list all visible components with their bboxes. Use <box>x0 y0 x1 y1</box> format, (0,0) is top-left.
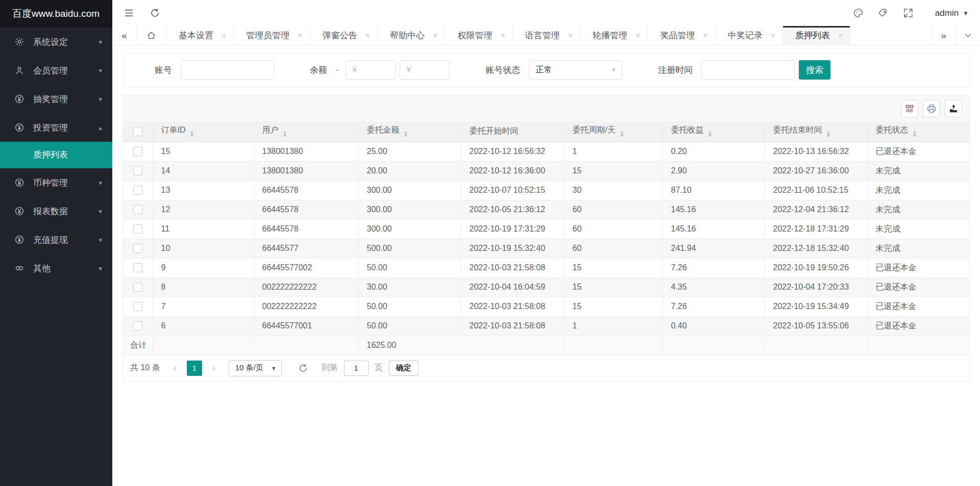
tab-label: 基本设置 <box>179 30 213 41</box>
tab[interactable]: 管理员管理× <box>234 26 310 45</box>
balance-max-input[interactable] <box>400 60 450 80</box>
row-checkbox[interactable] <box>133 302 142 311</box>
tab-label: 弹窗公告 <box>323 30 357 41</box>
tab[interactable]: 帮助中心× <box>378 26 445 45</box>
column-header[interactable]: 用户▲▼ <box>254 121 358 142</box>
balance-min-input[interactable] <box>346 60 396 80</box>
sidebar-item[interactable]: 其他▾ <box>0 254 112 283</box>
row-checkbox[interactable] <box>133 224 142 234</box>
tab[interactable]: 质押列表× <box>783 26 850 45</box>
tab-close-icon[interactable]: × <box>298 31 302 40</box>
column-header[interactable]: 订单ID▲▼ <box>153 121 254 142</box>
table-body: 1513800138025.002022-10-12 16:56:3210.20… <box>123 142 970 355</box>
page-number-button[interactable]: 1 <box>187 361 202 376</box>
tabs-scroll-left-icon[interactable]: « <box>112 26 137 45</box>
profit-cell: 241.94 <box>663 239 765 258</box>
order-id-cell: 12 <box>153 200 254 219</box>
summary-empty-cell <box>153 336 254 355</box>
tabs-scroll-right-icon[interactable]: » <box>931 26 955 45</box>
status-cell: 已退还本金 <box>867 297 970 316</box>
sidebar-item[interactable]: 投资管理▴ <box>0 113 112 142</box>
sidebar-item[interactable]: 系统设定▾ <box>0 28 112 56</box>
column-header[interactable]: 委托结束时间▲▼ <box>765 121 867 142</box>
column-header[interactable]: 委托金额▲▼ <box>358 121 461 142</box>
tab-close-icon[interactable]: × <box>222 31 226 40</box>
row-checkbox[interactable] <box>133 186 142 195</box>
sort-icon[interactable]: ▲▼ <box>620 131 624 138</box>
menu-collapse-icon[interactable] <box>124 8 134 18</box>
tab-close-icon[interactable]: × <box>635 31 640 40</box>
search-button[interactable]: 搜索 <box>799 60 830 80</box>
column-header[interactable]: 委托周期/天▲▼ <box>564 121 663 142</box>
home-tab-icon[interactable] <box>137 26 166 45</box>
account-status-select[interactable]: 正常 ▼ <box>529 60 622 80</box>
row-checkbox[interactable] <box>133 147 142 156</box>
tab-label: 轮播管理 <box>593 30 627 41</box>
print-icon[interactable] <box>923 100 940 117</box>
sort-icon[interactable]: ▲▼ <box>913 131 917 138</box>
profit-cell: 145.16 <box>663 200 765 219</box>
goto-confirm-button[interactable]: 确定 <box>389 361 419 376</box>
row-checkbox[interactable] <box>133 244 142 253</box>
column-header[interactable]: 委托状态▲▼ <box>867 121 970 142</box>
sidebar-item[interactable]: 抽奖管理▾ <box>0 85 112 113</box>
export-icon[interactable] <box>945 100 962 117</box>
goto-page-input[interactable] <box>344 361 369 376</box>
page-size-select[interactable]: 10 条/页 ▼ <box>229 360 282 376</box>
regtime-input[interactable] <box>701 60 795 80</box>
sort-icon[interactable]: ▲▼ <box>404 131 408 138</box>
account-input[interactable] <box>181 60 274 80</box>
summary-empty-cell <box>254 336 358 355</box>
tab-close-icon[interactable]: × <box>365 31 370 40</box>
tab-close-icon[interactable]: × <box>703 31 707 40</box>
tab-close-icon[interactable]: × <box>568 31 573 40</box>
start-time-cell: 2022-10-05 21:36:12 <box>461 200 564 219</box>
sort-icon[interactable]: ▲▼ <box>708 131 713 138</box>
theme-palette-icon[interactable] <box>853 8 864 18</box>
tab[interactable]: 轮播管理× <box>580 26 648 45</box>
summary-label: 合计 <box>123 336 153 355</box>
tab-close-icon[interactable]: × <box>500 31 505 40</box>
column-header[interactable]: 委托收益▲▼ <box>663 121 765 142</box>
row-checkbox[interactable] <box>133 283 142 292</box>
admin-dropdown[interactable]: admin ▼ <box>935 8 969 18</box>
tab[interactable]: 弹窗公告× <box>310 26 378 45</box>
tab[interactable]: 中奖记录× <box>716 26 783 45</box>
sidebar-item[interactable]: 币种管理▾ <box>0 168 112 197</box>
tab-close-icon[interactable]: × <box>433 31 437 40</box>
row-checkbox[interactable] <box>133 263 142 272</box>
tag-icon[interactable] <box>878 8 889 18</box>
end-time-cell: 2022-10-19 19:50:26 <box>765 258 867 277</box>
tabs-menu-icon[interactable] <box>955 26 980 45</box>
next-page-icon[interactable]: › <box>208 362 219 374</box>
refresh-icon[interactable] <box>150 8 160 18</box>
tab[interactable]: 基本设置× <box>166 26 234 45</box>
tab-label: 帮助中心 <box>390 30 425 41</box>
tab-close-icon[interactable]: × <box>771 31 775 40</box>
sidebar-subitem[interactable]: 质押列表 <box>0 142 112 168</box>
tab[interactable]: 奖品管理× <box>648 26 715 45</box>
sidebar-item[interactable]: 报表数据▾ <box>0 197 112 225</box>
row-checkbox[interactable] <box>133 321 142 330</box>
period-cell: 60 <box>564 200 663 219</box>
select-all-checkbox[interactable] <box>133 127 142 136</box>
sidebar-item[interactable]: 会员管理▾ <box>0 56 112 85</box>
profit-cell: 4.35 <box>663 277 765 297</box>
pagination-refresh-icon[interactable] <box>298 363 308 373</box>
chevron-down-icon: ▾ <box>99 179 102 187</box>
row-checkbox[interactable] <box>133 205 142 214</box>
order-id-cell: 10 <box>153 239 254 258</box>
sort-icon[interactable]: ▲▼ <box>283 131 287 138</box>
start-time-cell: 2022-10-07 10:52:15 <box>461 181 564 200</box>
tab[interactable]: 语言管理× <box>513 26 580 45</box>
fullscreen-icon[interactable] <box>903 8 914 18</box>
sort-icon[interactable]: ▲▼ <box>190 131 194 138</box>
prev-page-icon[interactable]: ‹ <box>169 362 181 374</box>
sort-icon[interactable]: ▲▼ <box>826 131 831 138</box>
sidebar-item[interactable]: 充值提现▾ <box>0 225 112 254</box>
tab[interactable]: 权限管理× <box>445 26 512 45</box>
summary-empty-cell <box>564 336 663 355</box>
tab-close-icon[interactable]: × <box>838 31 843 40</box>
row-checkbox[interactable] <box>133 166 142 175</box>
columns-icon[interactable] <box>901 100 918 117</box>
